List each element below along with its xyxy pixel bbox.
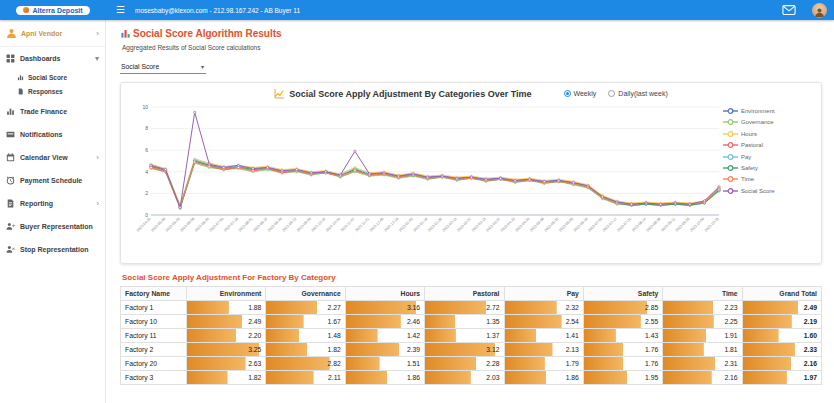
svg-text:2023-06-19: 2023-06-19: [573, 217, 589, 233]
score-value-cell: 2.49: [742, 301, 821, 315]
legend-item-safety[interactable]: Safety: [723, 164, 803, 172]
topbar: Alterra Deposit ☰ mosesbaby@klexon.com -…: [0, 0, 834, 20]
table-section-title: Social Score Apply Adjustment For Factor…: [122, 273, 822, 282]
svg-text:2023-03-27: 2023-03-27: [485, 217, 501, 233]
score-value-cell: 2.31: [663, 357, 742, 371]
score-value-cell: 1.37: [425, 329, 504, 343]
logo-icon: [23, 7, 29, 13]
hamburger-menu-icon[interactable]: ☰: [116, 5, 125, 15]
svg-text:2023-01-02: 2023-01-02: [398, 217, 414, 233]
svg-text:2023-01-30: 2023-01-30: [427, 217, 443, 233]
factory-name-cell: Factory 20: [121, 357, 187, 371]
sidebar-subitem-social-score[interactable]: Social Score: [15, 70, 105, 84]
legend-item-pay[interactable]: Pay: [723, 153, 803, 161]
col-time: Time: [663, 287, 742, 301]
score-value-cell: 1.35: [425, 315, 504, 329]
sidebar-item-reporting[interactable]: Reporting›: [0, 192, 105, 215]
svg-text:4: 4: [145, 169, 148, 175]
score-value-cell: 2.23: [663, 301, 742, 315]
legend-item-environment[interactable]: Environment: [723, 107, 803, 115]
person-x-icon: [6, 245, 15, 254]
score-value-cell: 1.42: [345, 329, 424, 343]
legend-item-social-score[interactable]: Social Score: [723, 187, 803, 195]
sidebar-item-payment-schedule[interactable]: Payment Schedule: [0, 169, 105, 192]
chevron-down-icon: ▾: [201, 63, 204, 70]
svg-text:2022-06-20: 2022-06-20: [194, 217, 210, 233]
score-value-cell: 1.88: [187, 301, 266, 315]
sidebar-item-dashboards[interactable]: Dashboards▾: [0, 47, 105, 70]
line-chart: 02468102022-04-252022-05-092022-05-23202…: [127, 99, 723, 263]
legend-marker-icon: [723, 118, 738, 126]
score-value-cell: 1.95: [583, 371, 662, 385]
radio-daily-last-week[interactable]: Daily(last week): [608, 90, 667, 97]
col-governance: Governance: [266, 287, 345, 301]
legend-item-time[interactable]: Time: [723, 175, 803, 183]
card-icon: [6, 130, 15, 139]
score-value-cell: 2.39: [345, 343, 424, 357]
radio-weekly[interactable]: Weekly: [564, 90, 597, 97]
score-value-cell: 2.54: [504, 315, 583, 329]
svg-text:2022-05-23: 2022-05-23: [165, 217, 181, 233]
score-value-cell: 2.16: [663, 371, 742, 385]
score-value-cell: 1.86: [345, 371, 424, 385]
legend-marker-icon: [723, 107, 738, 115]
col-safety: Safety: [583, 287, 662, 301]
person-arrow-icon: [6, 222, 15, 231]
table-row: Factory 112.201.481.421.371.411.431.911.…: [121, 329, 822, 343]
score-value-cell: 2.27: [266, 301, 345, 315]
app-logo[interactable]: Alterra Deposit: [16, 6, 89, 15]
sidebar-item-trade-finance[interactable]: Trade Finance: [0, 100, 105, 123]
score-value-cell: 2.11: [266, 371, 345, 385]
score-value-cell: 1.82: [187, 371, 266, 385]
factory-name-cell: Factory 3: [121, 371, 187, 385]
sidebar-item-calendar-view[interactable]: Calendar View›: [0, 146, 105, 169]
svg-text:2023-07-03: 2023-07-03: [587, 217, 603, 233]
svg-text:2023-05-08: 2023-05-08: [529, 217, 545, 233]
table-row: Factory 31.822.111.862.031.861.952.161.9…: [121, 371, 822, 385]
svg-text:2: 2: [145, 190, 148, 196]
factory-name-cell: Factory 11: [121, 329, 187, 343]
avatar[interactable]: [812, 3, 827, 18]
factory-score-table: Factory NameEnvironmentGovernanceHoursPa…: [120, 286, 822, 385]
factory-name-cell: Factory 10: [121, 315, 187, 329]
chart-icon: [17, 74, 24, 81]
legend-item-hours[interactable]: Hours: [723, 130, 803, 138]
score-type-select[interactable]: Social Score ▾: [120, 61, 206, 74]
col-grand-total: Grand Total: [742, 287, 821, 301]
score-value-cell: 1.91: [663, 329, 742, 343]
page-title: Social Score Algorithm Results: [120, 28, 822, 39]
svg-text:2022-07-18: 2022-07-18: [223, 217, 239, 233]
chevron-right-icon: ›: [96, 200, 99, 208]
sidebar-item-stop-representation[interactable]: Stop Representation: [0, 238, 105, 261]
chart-card: Social Score Apply Adjustment By Categor…: [120, 82, 822, 264]
svg-text:2022-11-07: 2022-11-07: [340, 217, 356, 233]
chevron-right-icon: ›: [96, 154, 99, 162]
legend-item-pastoral[interactable]: Pastoral: [723, 141, 803, 149]
vendor-label: Apni Vendor: [21, 30, 92, 37]
chart-icon: [6, 107, 15, 116]
score-value-cell: 2.28: [425, 357, 504, 371]
mail-icon[interactable]: [782, 5, 796, 15]
svg-text:2023-04-24: 2023-04-24: [515, 217, 531, 233]
sidebar-item-apni-vendor[interactable]: Apni Vendor ›: [0, 21, 105, 47]
svg-text:2023-05-22: 2023-05-22: [544, 217, 560, 233]
svg-text:2022-05-09: 2022-05-09: [150, 217, 166, 233]
svg-text:2023-09-25: 2023-09-25: [675, 217, 691, 233]
svg-text:2023-07-31: 2023-07-31: [616, 217, 632, 233]
col-environment: Environment: [187, 287, 266, 301]
score-value-cell: 3.12: [425, 343, 504, 357]
score-value-cell: 1.51: [345, 357, 424, 371]
legend-item-governance[interactable]: Governance: [723, 118, 803, 126]
score-value-cell: 2.03: [425, 371, 504, 385]
dashboard-icon: [6, 54, 15, 63]
main-content: Social Score Algorithm Results Aggregate…: [106, 20, 834, 403]
svg-text:2023-07-17: 2023-07-17: [602, 217, 618, 233]
sidebar-item-notifications[interactable]: Notifications: [0, 123, 105, 146]
svg-text:2022-08-29: 2022-08-29: [267, 217, 283, 233]
factory-name-cell: Factory 2: [121, 343, 187, 357]
svg-text:2023-06-05: 2023-06-05: [558, 217, 574, 233]
score-value-cell: 1.43: [583, 329, 662, 343]
sidebar-subitem-responses[interactable]: Responses: [15, 84, 105, 98]
legend-marker-icon: [723, 130, 738, 138]
sidebar-item-buyer-representation[interactable]: Buyer Representation: [0, 215, 105, 238]
